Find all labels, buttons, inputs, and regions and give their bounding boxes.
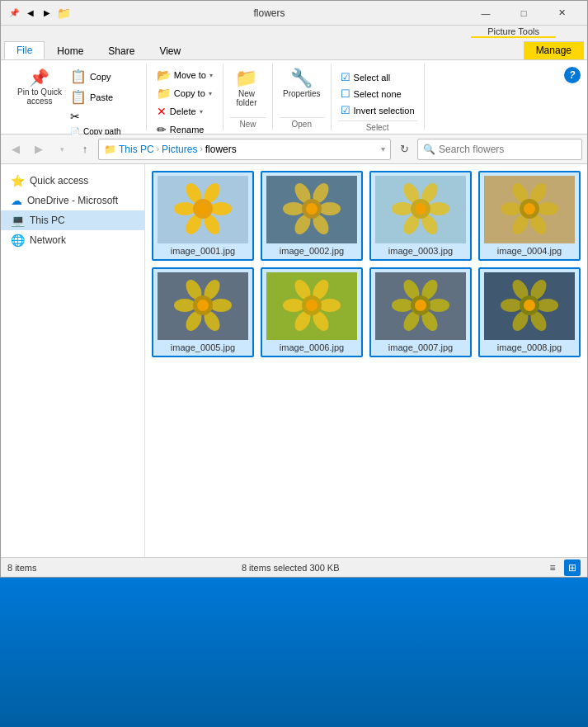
delete-button[interactable]: ✕ Delete ▾ <box>153 103 206 120</box>
file-item-2[interactable]: image_0002.jpg <box>261 171 363 261</box>
move-to-button[interactable]: 📂 Move to ▾ <box>153 67 216 83</box>
open-content: 🔧 Properties <box>280 64 324 117</box>
file-item-1[interactable]: image_0001.jpg <box>152 171 254 261</box>
sidebar-item-quick-access[interactable]: ⭐ Quick access <box>1 171 144 191</box>
file-name-1: image_0001.jpg <box>171 246 235 256</box>
list-view-button[interactable]: ≡ <box>544 559 561 576</box>
file-item-7[interactable]: image_0007.jpg <box>369 267 472 357</box>
file-grid: image_0001.jpgimage_0002.jpgimage_0003.j… <box>152 171 581 357</box>
breadcrumb[interactable]: 📁 This PC › Pictures › flowers ▾ <box>98 139 391 160</box>
grid-view-button[interactable]: ⊞ <box>564 559 581 576</box>
forward-button[interactable]: ▶ <box>29 139 49 159</box>
sidebar-label-quick-access: Quick access <box>30 175 88 186</box>
status-bar: 8 items 8 items selected 300 KB ≡ ⊞ <box>1 557 587 577</box>
svg-point-28 <box>537 202 558 215</box>
window-title: flowers <box>72 7 467 19</box>
bc-dropdown[interactable]: ▾ <box>381 144 385 153</box>
sidebar-label-network: Network <box>30 234 66 246</box>
organize-content: 📂 Move to ▾ 📁 Copy to ▾ ✕ Delete ▾ ✏ Ren… <box>153 64 216 141</box>
back-icon[interactable]: ◀ <box>24 7 37 20</box>
new-folder-button[interactable]: 📁 New folder <box>230 67 263 110</box>
tab-view[interactable]: View <box>147 42 193 59</box>
select-all-button[interactable]: ☑ Select all <box>338 70 393 84</box>
invert-selection-button[interactable]: ☑ Invert selection <box>338 103 417 117</box>
svg-point-64 <box>537 299 558 312</box>
delete-dropdown: ▾ <box>200 108 203 116</box>
file-item-8[interactable]: image_0008.jpg <box>478 267 581 357</box>
file-item-4[interactable]: image_0004.jpg <box>478 171 581 261</box>
svg-point-35 <box>524 203 535 215</box>
help-button[interactable]: ? <box>564 67 581 83</box>
svg-point-17 <box>306 203 318 215</box>
copy-icon: 📋 <box>70 68 87 84</box>
close-button[interactable]: ✕ <box>543 1 581 26</box>
svg-point-8 <box>197 203 209 215</box>
file-name-4: image_0004.jpg <box>497 246 562 256</box>
sidebar-item-onedrive[interactable]: ☁ OneDrive - Microsoft <box>1 191 144 210</box>
tab-file[interactable]: File <box>4 41 45 59</box>
delete-icon: ✕ <box>157 105 167 118</box>
bc-sep-1: › <box>157 144 159 153</box>
file-thumb-5 <box>158 272 248 340</box>
pin-icon: 📌 <box>29 69 49 86</box>
minimize-button[interactable]: — <box>467 1 505 26</box>
tab-manage[interactable]: Manage <box>524 41 584 59</box>
copy-button[interactable]: 📋 Copy <box>67 67 139 86</box>
select-none-checkbox: ☐ <box>341 87 350 100</box>
select-label: Select <box>338 120 417 134</box>
file-thumb-4 <box>484 176 575 243</box>
select-all-checkbox: ☑ <box>341 71 350 83</box>
bc-pictures[interactable]: Pictures <box>162 144 197 155</box>
file-item-5[interactable]: image_0005.jpg <box>152 267 254 357</box>
file-name-5: image_0005.jpg <box>171 342 235 352</box>
recent-locations-button[interactable]: ▾ <box>52 139 72 159</box>
sidebar-label-this-pc: This PC <box>30 215 65 226</box>
tab-home[interactable]: Home <box>45 42 96 59</box>
quick-access-icon[interactable]: 📌 <box>7 7 21 20</box>
maximize-button[interactable]: □ <box>505 1 543 26</box>
network-icon: 🌐 <box>11 234 25 247</box>
invert-checkbox: ☑ <box>341 104 350 116</box>
file-name-7: image_0007.jpg <box>388 342 453 352</box>
svg-point-67 <box>501 299 522 312</box>
sidebar-label-onedrive: OneDrive - Microsoft <box>27 195 118 206</box>
svg-point-62 <box>415 300 426 311</box>
paste-button[interactable]: 📋 Paste <box>67 87 139 106</box>
file-thumb-6 <box>266 272 357 340</box>
refresh-button[interactable]: ↻ <box>394 139 414 159</box>
cut-button[interactable]: ✂ <box>67 108 139 125</box>
file-thumb-8 <box>484 272 575 340</box>
properties-icon: 🔧 <box>290 69 313 87</box>
file-name-8: image_0008.jpg <box>497 342 562 352</box>
file-thumb-7 <box>375 272 466 340</box>
move-to-icon: 📂 <box>157 68 171 82</box>
copy-to-button[interactable]: 📁 Copy to ▾ <box>153 85 215 101</box>
onedrive-icon: ☁ <box>11 194 22 207</box>
svg-point-31 <box>501 202 522 215</box>
back-button[interactable]: ◀ <box>6 139 26 159</box>
search-input[interactable] <box>439 144 576 155</box>
file-item-3[interactable]: image_0003.jpg <box>369 171 472 261</box>
properties-button[interactable]: 🔧 Properties <box>280 67 324 101</box>
view-controls: ≡ ⊞ <box>544 559 581 576</box>
file-name-2: image_0002.jpg <box>280 246 344 256</box>
svg-point-26 <box>415 203 426 215</box>
svg-point-55 <box>428 299 449 312</box>
sidebar-item-this-pc[interactable]: 💻 This PC <box>1 210 144 230</box>
file-name-3: image_0003.jpg <box>388 246 453 256</box>
svg-point-4 <box>174 202 195 215</box>
clipboard-group: 📌 Pin to Quick access 📋 Copy 📋 Paste ✂ <box>7 64 147 130</box>
select-none-button[interactable]: ☐ Select none <box>338 87 404 101</box>
new-group: 📁 New folder New <box>223 64 273 130</box>
sidebar-item-network[interactable]: 🌐 Network <box>1 230 144 250</box>
svg-point-22 <box>392 202 413 215</box>
organize-group: 📂 Move to ▾ 📁 Copy to ▾ ✕ Delete ▾ ✏ Ren… <box>147 64 223 130</box>
forward-icon[interactable]: ▶ <box>40 7 54 20</box>
select-group: ☑ Select all ☐ Select none ☑ Invert sele… <box>332 64 425 130</box>
picture-tools-label: Picture Tools <box>471 26 556 38</box>
pin-to-quick-access-button[interactable]: 📌 Pin to Quick access <box>14 67 65 108</box>
bc-this-pc[interactable]: This PC <box>119 144 154 155</box>
up-directory-button[interactable]: ↑ <box>75 139 95 159</box>
tab-share[interactable]: Share <box>96 42 147 59</box>
file-item-6[interactable]: image_0006.jpg <box>261 267 363 357</box>
